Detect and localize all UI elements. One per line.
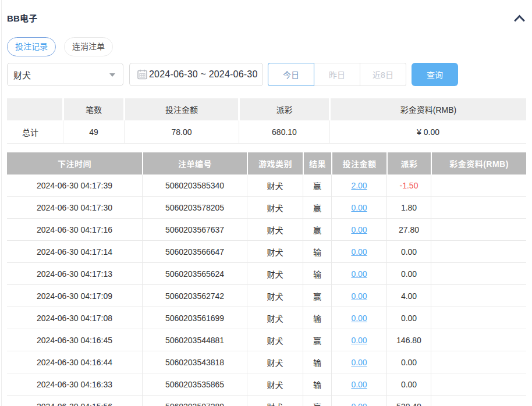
- payout-cell: 520.40: [387, 396, 431, 406]
- bet-amount-link[interactable]: 0.00: [351, 380, 367, 389]
- bet-amount-link[interactable]: 0.00: [351, 336, 367, 345]
- game-select-value: 财犬: [13, 69, 31, 81]
- bet-time-cell: 2024-06-30 04:15:56: [7, 396, 143, 406]
- bonus-cell: [431, 373, 526, 395]
- records-header-cell: 派彩: [388, 152, 431, 174]
- record-row: 2024-06-30 04:16:455060203544881财犬赢0.001…: [7, 329, 526, 351]
- bonus-cell: [431, 241, 526, 262]
- summary-total-row: 总计4978.00680.10¥ 0.00: [7, 120, 526, 144]
- bet-amount-link[interactable]: 0.00: [351, 269, 367, 279]
- records-header-cell: 注单编号: [143, 152, 247, 174]
- record-row: 2024-06-30 04:17:145060203566647财犬输0.000…: [7, 241, 526, 263]
- bet-amount-cell: 0.00: [332, 285, 387, 307]
- tab-bar: 投注记录 连消注单: [7, 37, 526, 56]
- collapse-panel-button[interactable]: [513, 12, 526, 24]
- tab-bet-records[interactable]: 投注记录: [7, 37, 56, 56]
- bet-amount-cell: 0.00: [332, 329, 387, 351]
- bet-id-cell: 5060203565624: [143, 263, 247, 284]
- game-type-cell: 财犬: [247, 197, 303, 218]
- game-type-cell: 财犬: [247, 263, 303, 284]
- bet-amount-cell: 0.00: [332, 351, 387, 373]
- date-range-input[interactable]: 2024-06-30 ~ 2024-06-30: [129, 63, 263, 86]
- bet-time-cell: 2024-06-30 04:16:44: [7, 351, 143, 373]
- bet-time-cell: 2024-06-30 04:17:09: [7, 285, 143, 307]
- bet-id-cell: 5060203567637: [143, 219, 247, 240]
- bonus-cell: [431, 263, 526, 284]
- bet-amount-link[interactable]: 0.00: [351, 314, 367, 323]
- quick-range-group: 今日 昨日 近8日: [268, 63, 406, 86]
- bonus-cell: [431, 351, 526, 373]
- chevron-up-icon: [514, 15, 525, 22]
- search-button[interactable]: 查询: [412, 63, 458, 86]
- record-row: 2024-06-30 04:16:335060203535865财犬输0.000…: [7, 373, 526, 396]
- bet-id-cell: 5060203561699: [143, 307, 247, 329]
- bet-time-cell: 2024-06-30 04:17:16: [7, 219, 143, 240]
- summary-cell: 78.00: [125, 120, 239, 143]
- payout-cell: 0.00: [387, 307, 431, 329]
- summary-header-cell: 笔数: [64, 98, 123, 120]
- result-cell: 赢: [303, 219, 332, 240]
- game-select[interactable]: 财犬: [7, 63, 123, 86]
- result-cell: 输: [303, 263, 332, 284]
- game-type-cell: 财犬: [247, 351, 303, 373]
- bonus-cell: [431, 197, 526, 218]
- summary-table-header: 笔数投注金额派彩彩金资料(RMB): [7, 98, 526, 120]
- payout-cell: 0.00: [387, 373, 431, 395]
- payout-cell: 0.00: [387, 351, 431, 373]
- bet-time-cell: 2024-06-30 04:17:39: [7, 174, 143, 196]
- records-header-cell: 投注金额: [332, 152, 386, 174]
- bonus-cell: [431, 219, 526, 240]
- bet-amount-link[interactable]: 0.00: [351, 402, 367, 406]
- game-type-cell: 财犬: [247, 219, 303, 240]
- bonus-cell: [431, 285, 526, 307]
- bet-id-cell: 5060203585340: [143, 174, 247, 196]
- bet-amount-cell: 0.00: [332, 241, 387, 262]
- bet-amount-cell: 0.00: [332, 307, 387, 329]
- tab-cancelled-bets[interactable]: 连消注单: [64, 37, 113, 56]
- bet-id-cell: 5060203578205: [143, 197, 247, 218]
- game-type-cell: 财犬: [247, 174, 303, 196]
- payout-cell: 4.00: [387, 285, 431, 307]
- quick-range-yesterday[interactable]: 昨日: [314, 63, 360, 86]
- summary-cell: 680.10: [239, 120, 330, 143]
- result-cell: 赢: [303, 285, 332, 307]
- bet-time-cell: 2024-06-30 04:17:30: [7, 197, 143, 218]
- result-cell: 赢: [303, 174, 332, 196]
- game-type-cell: 财犬: [247, 373, 303, 395]
- bonus-cell: [431, 396, 526, 406]
- bet-time-cell: 2024-06-30 04:17:08: [7, 307, 143, 329]
- record-row: 2024-06-30 04:15:565060203507289财犬赢0.005…: [7, 396, 526, 406]
- bet-amount-link[interactable]: 0.00: [351, 225, 367, 234]
- records-header-cell: 游戏类别: [248, 152, 303, 174]
- bet-amount-cell: 0.00: [332, 219, 387, 240]
- quick-range-today[interactable]: 今日: [268, 63, 314, 86]
- bet-amount-cell: 0.00: [332, 396, 387, 406]
- summary-header-cell: 彩金资料(RMB): [331, 98, 526, 120]
- bet-amount-link[interactable]: 2.00: [351, 181, 367, 190]
- record-row: 2024-06-30 04:17:305060203578205财犬赢0.001…: [7, 197, 526, 219]
- record-row: 2024-06-30 04:16:445060203543818财犬输0.000…: [7, 351, 526, 373]
- bet-time-cell: 2024-06-30 04:16:45: [7, 329, 143, 351]
- game-type-cell: 财犬: [247, 285, 303, 307]
- records-table-header: 下注时间注单编号游戏类别结果投注金额派彩彩金资料(RMB): [7, 152, 526, 174]
- bet-amount-link[interactable]: 0.00: [351, 203, 367, 212]
- payout-cell: -1.50: [387, 174, 431, 196]
- summary-header-cell: [7, 98, 62, 120]
- game-type-cell: 财犬: [247, 396, 303, 406]
- panel-header: BB电子: [7, 12, 526, 24]
- records-header-cell: 下注时间: [7, 152, 142, 174]
- bet-amount-link[interactable]: 0.00: [351, 358, 367, 367]
- records-header-cell: 彩金资料(RMB): [432, 152, 526, 174]
- bet-amount-link[interactable]: 0.00: [351, 291, 367, 301]
- result-cell: 输: [303, 307, 332, 329]
- bet-amount-cell: 0.00: [332, 373, 387, 395]
- bonus-cell: [431, 329, 526, 351]
- summary-cell: 总计: [7, 120, 63, 143]
- quick-range-last8days[interactable]: 近8日: [360, 63, 406, 86]
- bet-id-cell: 5060203562742: [143, 285, 247, 307]
- record-row: 2024-06-30 04:17:085060203561699财犬输0.000…: [7, 307, 526, 329]
- records-table-body: 2024-06-30 04:17:395060203585340财犬赢2.00-…: [7, 174, 526, 406]
- bet-amount-link[interactable]: 0.00: [351, 247, 367, 257]
- bet-id-cell: 5060203566647: [143, 241, 247, 262]
- bet-id-cell: 5060203535865: [143, 373, 247, 395]
